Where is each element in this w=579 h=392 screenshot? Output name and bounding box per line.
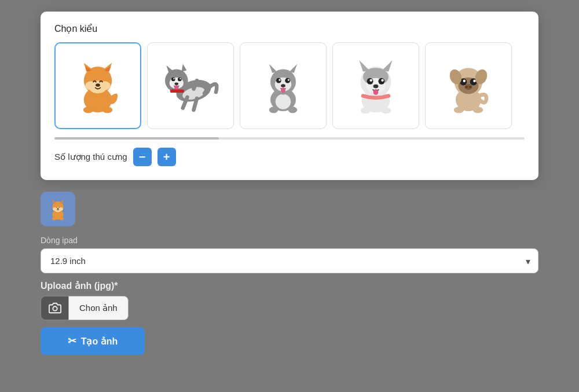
svg-point-39 [281, 84, 285, 87]
svg-point-77 [54, 207, 61, 212]
svg-point-32 [276, 94, 291, 109]
svg-point-12 [83, 107, 94, 113]
pet-style-3[interactable] [240, 42, 327, 129]
pet-style-1[interactable] [54, 42, 141, 129]
svg-point-20 [173, 78, 174, 79]
svg-point-65 [473, 80, 475, 82]
svg-marker-42 [290, 64, 297, 73]
svg-point-78 [57, 208, 58, 209]
scroll-indicator [54, 137, 525, 140]
svg-point-4 [89, 80, 107, 93]
upload-label: Upload ảnh (jpg)* [41, 280, 538, 291]
svg-marker-25 [182, 64, 187, 72]
svg-point-83 [52, 218, 56, 220]
main-content: Dòng ipad 12.9 inch 11 inch 10.2 inch 9.… [41, 189, 538, 355]
pet-styles-row [54, 42, 525, 133]
upload-row: Chon ảnh [41, 296, 538, 320]
svg-point-51 [370, 79, 372, 81]
svg-point-40 [281, 87, 285, 93]
svg-point-23 [174, 85, 179, 90]
svg-rect-30 [170, 90, 184, 93]
svg-point-85 [53, 306, 57, 310]
svg-point-53 [373, 85, 379, 89]
svg-marker-56 [382, 60, 393, 72]
svg-point-21 [179, 78, 181, 79]
svg-marker-24 [166, 65, 174, 73]
svg-point-54 [373, 89, 379, 95]
svg-marker-55 [359, 60, 369, 72]
quantity-minus-button[interactable]: − [133, 148, 152, 166]
svg-point-58 [381, 107, 391, 113]
quantity-plus-button[interactable]: + [157, 148, 176, 166]
svg-point-84 [60, 218, 64, 220]
pet-style-2[interactable] [147, 42, 234, 129]
quantity-row: Số lượng thú cưng − + [54, 148, 525, 166]
camera-button[interactable] [41, 296, 68, 320]
quantity-label: Số lượng thú cưng [54, 152, 127, 162]
svg-point-49 [367, 78, 373, 85]
ipad-section: Dòng ipad 12.9 inch 11 inch 10.2 inch 9.… [41, 236, 538, 273]
scroll-thumb [54, 137, 219, 140]
scissors-icon: ✂ [68, 335, 76, 347]
svg-point-52 [381, 79, 383, 81]
svg-point-71 [454, 107, 464, 113]
pet-style-5[interactable] [425, 42, 512, 129]
style-picker-modal: Chọn kiểu [41, 12, 538, 180]
create-btn-label: Tạo ảnh [81, 336, 118, 347]
svg-point-67 [466, 86, 468, 88]
svg-point-50 [378, 78, 384, 85]
svg-point-57 [361, 107, 371, 113]
svg-point-38 [288, 79, 290, 80]
ipad-section-label: Dòng ipad [41, 236, 538, 245]
svg-point-18 [171, 78, 175, 82]
svg-point-22 [175, 83, 179, 85]
ipad-dropdown-wrapper: 12.9 inch 11 inch 10.2 inch 9.7 inch ▾ [41, 248, 538, 273]
svg-point-36 [285, 78, 290, 83]
svg-point-35 [276, 78, 281, 83]
svg-point-19 [178, 78, 182, 82]
ipad-dropdown[interactable]: 12.9 inch 11 inch 10.2 inch 9.7 inch [41, 248, 538, 273]
selected-pet-avatar [41, 192, 75, 226]
svg-point-44 [288, 107, 297, 113]
upload-section: Upload ảnh (jpg)* Chon ảnh [41, 280, 538, 320]
svg-marker-41 [269, 64, 277, 73]
create-image-button[interactable]: ✂ Tạo ảnh [41, 327, 145, 355]
svg-point-43 [269, 107, 278, 113]
modal-title: Chọn kiểu [54, 23, 525, 34]
svg-point-72 [473, 107, 483, 113]
svg-point-37 [278, 79, 280, 80]
svg-point-64 [463, 80, 466, 82]
svg-point-13 [102, 107, 113, 113]
pet-style-4[interactable] [332, 42, 419, 129]
svg-point-5 [96, 83, 100, 87]
svg-point-68 [469, 86, 471, 88]
choose-photo-button[interactable]: Chon ảnh [68, 296, 129, 320]
